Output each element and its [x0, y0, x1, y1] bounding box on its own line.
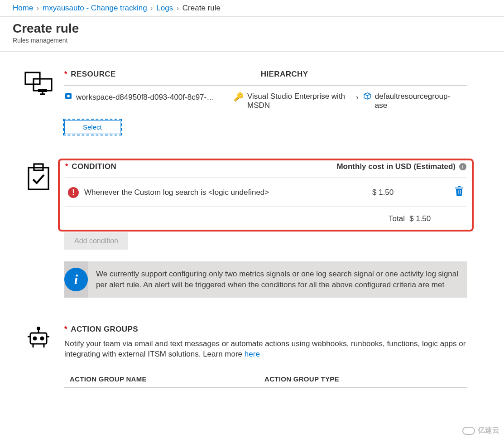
trash-icon — [455, 186, 464, 196]
select-resource-button[interactable]: Select — [64, 120, 120, 134]
breadcrumb-home[interactable]: Home — [13, 4, 33, 13]
resource-group-icon — [363, 92, 371, 102]
chevron-right-icon: › — [177, 5, 179, 12]
svg-point-10 — [34, 337, 36, 340]
condition-section-icon — [23, 161, 54, 298]
monthly-cost-title: Monthly cost in USD (Estimated) — [336, 162, 456, 171]
robot-icon — [26, 327, 51, 349]
chevron-right-icon: › — [151, 5, 153, 12]
breadcrumb-logs[interactable]: Logs — [156, 4, 173, 13]
breadcrumb-current: Create rule — [182, 4, 221, 13]
condition-section: * CONDITION Monthly cost in USD (Estimat… — [23, 161, 467, 298]
action-groups-description: Notify your team via email and text mess… — [64, 334, 467, 371]
condition-title: CONDITION — [72, 162, 116, 171]
action-groups-table-header: ACTION GROUP NAME ACTION GROUP TYPE — [64, 371, 467, 388]
col-action-group-type: ACTION GROUP TYPE — [264, 375, 462, 383]
page-subtitle: Rules management — [13, 37, 491, 44]
svg-point-13 — [38, 327, 40, 329]
key-icon: 🔑 — [234, 92, 244, 102]
required-icon: * — [64, 70, 67, 78]
resource-section: * RESOURCE HIERARCHY workspace-d84950f8-… — [23, 70, 467, 134]
add-condition-button: Add condition — [64, 232, 128, 250]
svg-rect-9 — [30, 333, 47, 344]
required-icon: * — [64, 325, 67, 333]
clipboard-check-icon — [26, 163, 51, 191]
computer-icon — [24, 72, 53, 97]
svg-point-6 — [67, 95, 70, 97]
condition-cost: $ 1.50 — [372, 188, 440, 197]
page-header: Create rule Rules management — [0, 17, 504, 52]
chevron-right-icon: › — [356, 92, 359, 102]
info-icon: i — [64, 268, 88, 291]
workspace-icon — [64, 92, 72, 102]
info-icon[interactable]: i — [459, 163, 466, 170]
condition-highlight: * CONDITION Monthly cost in USD (Estimat… — [58, 159, 474, 232]
resource-name: workspace-d84950f8-d093-400f-8c97-… — [76, 93, 214, 102]
info-message: We currently support configuring only tw… — [88, 261, 467, 298]
info-panel: i We currently support configuring only … — [64, 261, 467, 298]
page-title: Create rule — [13, 21, 491, 36]
hierarchy-title: HIERARCHY — [261, 70, 308, 79]
resource-title: RESOURCE — [71, 70, 116, 79]
resource-section-icon — [23, 70, 54, 134]
required-icon: * — [65, 163, 68, 171]
chevron-right-icon: › — [37, 5, 39, 12]
total-value: $ 1.50 — [409, 214, 464, 223]
alert-icon: ! — [68, 187, 79, 198]
action-groups-section-icon — [23, 325, 54, 388]
delete-condition-button[interactable] — [446, 186, 464, 198]
breadcrumb-workspace[interactable]: mxyausauto - Change tracking — [43, 4, 147, 13]
breadcrumb: Home › mxyausauto - Change tracking › Lo… — [0, 0, 504, 17]
total-label: Total — [389, 214, 405, 223]
svg-point-11 — [41, 337, 43, 340]
resource-group-name: defaultresourcegroup-ase — [375, 92, 456, 110]
action-groups-title: ACTION GROUPS — [71, 325, 138, 334]
action-groups-section: * ACTION GROUPS Notify your team via ema… — [23, 325, 467, 388]
condition-row[interactable]: ! Whenever the Custom log search is <log… — [65, 178, 466, 207]
subscription-name: Visual Studio Enterprise with MSDN — [247, 92, 351, 110]
learn-more-link[interactable]: here — [245, 350, 260, 358]
condition-text: Whenever the Custom log search is <logic… — [84, 188, 269, 197]
col-action-group-name: ACTION GROUP NAME — [70, 375, 264, 383]
